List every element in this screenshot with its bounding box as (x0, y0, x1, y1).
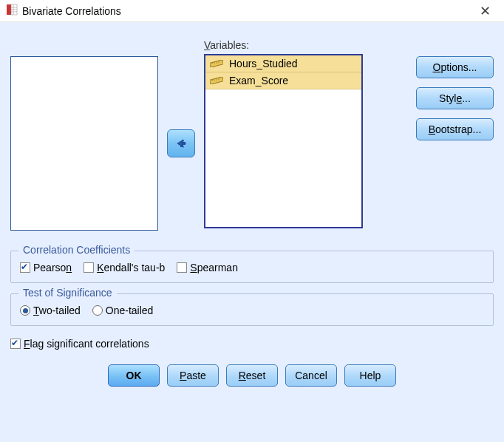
ok-button[interactable]: OK (108, 364, 160, 387)
help-button[interactable]: Help (344, 364, 396, 387)
flag-significant-checkbox[interactable]: Flag significant correlations (10, 338, 149, 350)
app-icon (6, 4, 22, 18)
checkbox-icon (20, 262, 30, 273)
variable-item[interactable]: Hours_Studied (205, 55, 361, 72)
close-button[interactable]: ✕ (472, 3, 498, 19)
source-variables-list[interactable] (10, 56, 158, 231)
cancel-button[interactable]: Cancel (285, 364, 337, 387)
ruler-icon (210, 75, 223, 86)
window-title: Bivariate Correlations (22, 5, 121, 17)
move-variable-button[interactable] (167, 129, 195, 157)
test-of-significance-group: Test of Significance Two-tailed One-tail… (10, 293, 494, 326)
style-button[interactable]: Style... (416, 87, 494, 109)
bootstrap-button[interactable]: Bootstrap... (416, 118, 494, 140)
radio-icon (92, 305, 103, 316)
dialog-body: Variables: Hours_Studied Exam_Score (0, 22, 504, 442)
checkbox-icon (10, 339, 21, 349)
variable-item[interactable]: Exam_Score (205, 72, 361, 89)
spearman-checkbox[interactable]: Spearman (177, 262, 238, 273)
svg-rect-0 (7, 4, 11, 15)
group-title: Test of Significance (18, 287, 117, 299)
target-variables-list[interactable]: Hours_Studied Exam_Score (204, 54, 363, 228)
pearson-checkbox[interactable]: Pearson (20, 262, 72, 273)
two-tailed-radio[interactable]: Two-tailed (20, 305, 81, 316)
correlation-coefficients-group: Correlation Coefficients Pearson Kendall… (10, 251, 494, 283)
reset-button[interactable]: Reset (226, 364, 278, 387)
radio-icon (20, 305, 30, 316)
kendall-checkbox[interactable]: Kendall's tau-b (84, 262, 165, 273)
checkbox-icon (84, 262, 94, 273)
variables-label: Variables: (204, 39, 363, 51)
variable-name: Exam_Score (229, 75, 288, 86)
ruler-icon (210, 58, 223, 69)
variable-name: Hours_Studied (229, 58, 298, 69)
group-title: Correlation Coefficients (18, 244, 134, 256)
checkbox-icon (177, 262, 187, 273)
options-button[interactable]: Options... (416, 56, 494, 78)
titlebar: Bivariate Correlations ✕ (0, 0, 504, 22)
paste-button[interactable]: Paste (167, 364, 219, 387)
one-tailed-radio[interactable]: One-tailed (92, 305, 154, 316)
